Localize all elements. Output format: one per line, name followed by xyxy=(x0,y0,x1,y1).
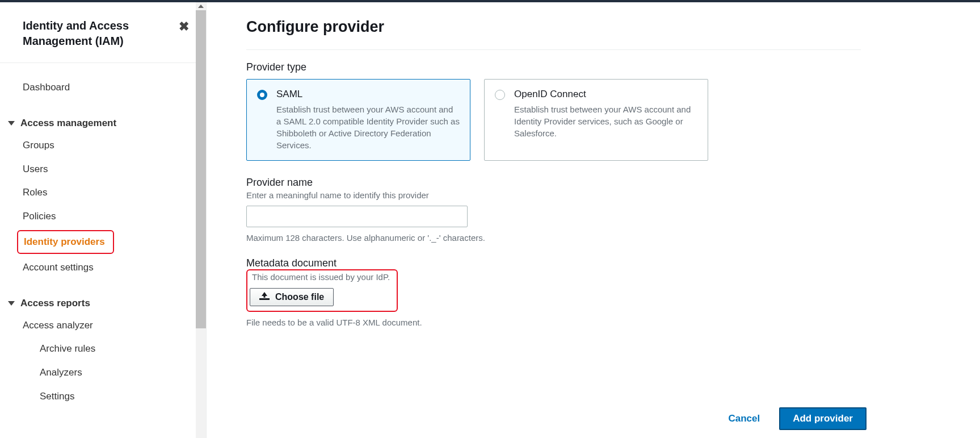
provider-type-options: SAML Establish trust between your AWS ac… xyxy=(246,79,861,161)
page-title: Configure provider xyxy=(246,18,861,36)
sidebar-item-policies[interactable]: Policies xyxy=(0,205,206,228)
title-separator xyxy=(246,49,861,50)
chevron-down-icon xyxy=(8,301,15,306)
metadata-constraint: File needs to be a valid UTF-8 XML docum… xyxy=(246,318,643,327)
chevron-down-icon xyxy=(8,121,15,126)
choose-file-label: Choose file xyxy=(275,292,324,302)
sidebar-item-settings[interactable]: Settings xyxy=(0,385,206,408)
sidebar-scrollbar-thumb[interactable] xyxy=(196,10,206,328)
layout: Identity and Access Management (IAM) ✖ D… xyxy=(0,2,980,438)
cancel-button[interactable]: Cancel xyxy=(725,412,763,425)
sidebar-scrollbar-up-icon[interactable] xyxy=(196,2,206,10)
sidebar-item-groups[interactable]: Groups xyxy=(0,134,206,157)
sidebar-item-users[interactable]: Users xyxy=(0,157,206,181)
option-desc: Establish trust between your AWS account… xyxy=(514,103,697,139)
provider-name-field: Provider name Enter a meaningful name to… xyxy=(246,177,643,243)
radio-unselected-icon xyxy=(495,90,505,100)
provider-name-constraint: Maximum 128 characters. Use alphanumeric… xyxy=(246,233,643,243)
upload-icon xyxy=(259,292,270,302)
sidebar-header: Identity and Access Management (IAM) ✖ xyxy=(0,2,206,62)
provider-name-label: Provider name xyxy=(246,177,643,189)
close-icon[interactable]: ✖ xyxy=(179,19,189,34)
option-title: SAML xyxy=(276,89,460,100)
add-provider-button[interactable]: Add provider xyxy=(779,407,867,430)
sidebar-title: Identity and Access Management (IAM) xyxy=(23,18,179,49)
provider-name-hint: Enter a meaningful name to identify this… xyxy=(246,190,643,201)
svg-rect-1 xyxy=(259,298,270,300)
svg-marker-0 xyxy=(198,5,204,8)
sidebar-group-label: Access management xyxy=(20,118,116,129)
sidebar-group-label: Access reports xyxy=(20,298,90,309)
sidebar-group-access-management[interactable]: Access management xyxy=(0,112,206,134)
sidebar-group-access-reports[interactable]: Access reports xyxy=(0,292,206,314)
footer-actions: Cancel Add provider xyxy=(725,407,867,430)
provider-type-saml[interactable]: SAML Establish trust between your AWS ac… xyxy=(246,79,470,161)
provider-name-input[interactable] xyxy=(246,206,468,227)
provider-type-label: Provider type xyxy=(246,61,861,73)
sidebar-item-access-analyzer[interactable]: Access analyzer xyxy=(0,314,206,337)
provider-type-openid-connect[interactable]: OpenID Connect Establish trust between y… xyxy=(484,79,708,161)
sidebar-item-identity-providers[interactable]: Identity providers xyxy=(17,230,114,254)
option-desc: Establish trust between your AWS account… xyxy=(276,103,460,151)
radio-selected-icon xyxy=(257,90,267,100)
sidebar-item-roles[interactable]: Roles xyxy=(0,181,206,205)
main-content: Configure provider Provider type SAML Es… xyxy=(207,2,980,438)
sidebar-item-archive-rules[interactable]: Archive rules xyxy=(0,337,206,361)
sidebar: Identity and Access Management (IAM) ✖ D… xyxy=(0,2,207,438)
choose-file-button[interactable]: Choose file xyxy=(250,288,334,306)
option-title: OpenID Connect xyxy=(514,89,697,100)
sidebar-inner: Identity and Access Management (IAM) ✖ D… xyxy=(0,2,206,438)
metadata-label: Metadata document xyxy=(246,257,643,269)
sidebar-item-analyzers[interactable]: Analyzers xyxy=(0,361,206,385)
metadata-highlight: This document is issued by your IdP. Cho… xyxy=(246,269,398,311)
metadata-hint: This document is issued by your IdP. xyxy=(250,272,390,283)
sidebar-item-account-settings[interactable]: Account settings xyxy=(0,256,206,280)
sidebar-item-dashboard[interactable]: Dashboard xyxy=(0,76,206,99)
svg-rect-3 xyxy=(264,295,266,298)
metadata-document-field: Metadata document This document is issue… xyxy=(246,257,643,327)
